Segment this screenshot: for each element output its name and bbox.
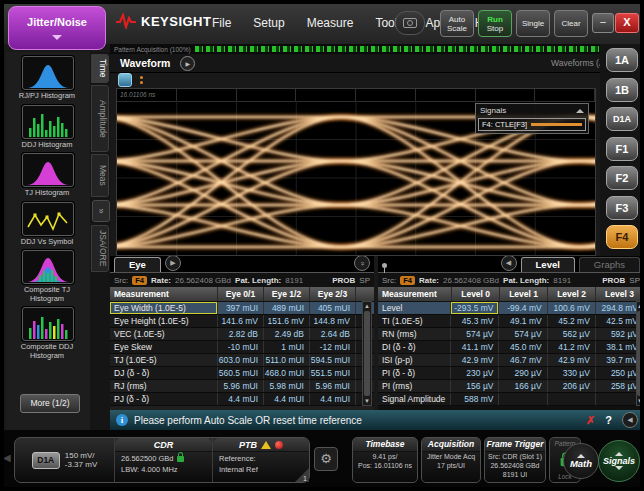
window-frame [0, 487, 644, 491]
measurement-label: RN (rms) [378, 328, 451, 340]
camera-icon [403, 18, 417, 28]
clear-button[interactable]: Clear [554, 10, 588, 37]
measurement-value: 5.96 mUI [218, 380, 264, 392]
tab-level[interactable]: Level [521, 257, 575, 272]
channel-button-f2[interactable]: F2 [606, 166, 638, 190]
table-row[interactable]: Eye Width (1.0E-5)397 mUI489 mUI405 mUI [110, 302, 374, 315]
table-row[interactable]: Level-293.5 mV-99.4 mV100.6 mV294.8 mV [378, 302, 644, 315]
more-button[interactable]: More (1/2) [20, 394, 80, 413]
frame-trigger-panel[interactable]: Frame Trigger Src: CDR (Slot 1) 26.56240… [484, 437, 546, 483]
tab-jsa-ore[interactable]: JSA/ORE [91, 225, 109, 271]
signals-overlay-panel[interactable]: Signals F4: CTLE[F3] [475, 103, 589, 134]
channel-button-f1[interactable]: F1 [606, 137, 638, 161]
scroll-left-icon[interactable]: ◀ [3, 452, 11, 463]
channel-button-1a[interactable]: 1A [606, 48, 638, 72]
frame-trigger-rate: 26.562408 GBd [485, 461, 545, 470]
chevron-down-icon [52, 35, 62, 40]
channel-section[interactable]: D1A 150 mV/ -3.37 mV [15, 438, 115, 482]
previous-message-button[interactable]: ◀ [622, 412, 638, 428]
rjpj-histogram-icon [22, 56, 74, 90]
settings-gear-button[interactable]: ⚙ [314, 447, 338, 471]
math-button[interactable]: Math [563, 443, 599, 479]
tab-time[interactable]: Time [91, 54, 109, 83]
menu-measure[interactable]: Measure [307, 16, 354, 30]
help-button[interactable]: ? [605, 414, 612, 426]
channel-status-panel[interactable]: D1A 150 mV/ -3.37 mV CDR 26.562500 GBd L… [14, 437, 310, 483]
eye-diagram-display[interactable]: 16.01106 ns Signals F4: CTLE[F3] [116, 88, 596, 256]
eye-table-scrollbar[interactable]: ▲▼ [362, 301, 372, 406]
channel-button-1b[interactable]: 1B [606, 78, 638, 102]
sidebar-item-ddj-histogram[interactable]: DDJ Histogram [6, 105, 90, 150]
pin-icon[interactable] [382, 263, 387, 268]
auto-scale-button[interactable]: Auto Scale [440, 10, 474, 37]
status-red-indicator [275, 441, 283, 449]
table-row[interactable]: VEC (1.0E-5)2.82 dB2.49 dB2.64 dB [110, 328, 374, 341]
source-badge[interactable]: F4 [400, 276, 415, 285]
run-stop-button[interactable]: Run Stop [478, 10, 512, 37]
tab-meas[interactable]: Meas [91, 154, 109, 197]
timebase-panel[interactable]: Timebase 9.41 ps/ Pos: 16.01106 ns [352, 437, 418, 483]
table-row[interactable]: PI (δ - δ)230 µV290 µV330 µV250 µV [378, 367, 644, 380]
channel-button-f3[interactable]: F3 [606, 196, 638, 220]
dismiss-message-button[interactable]: ✗ [586, 414, 595, 427]
table-row[interactable]: DI (δ - δ)41.1 mV45.0 mV41.2 mV38.1 mV [378, 341, 644, 354]
table-row[interactable]: Eye Height (1.0E-5)141.6 mV151.6 mV144.8… [110, 315, 374, 328]
screenshot-button[interactable] [395, 11, 425, 35]
jitter-noise-mode-button[interactable]: Jitter/Noise [8, 6, 106, 50]
sidebar-item-rjpj-histogram[interactable]: RJ/PJ Histogram [6, 56, 90, 101]
channel-button-f4[interactable]: F4 [606, 225, 638, 249]
prob-label: PROB [332, 276, 355, 285]
table-row[interactable]: PI (rms)156 µV166 µV206 µV258 µV [378, 380, 644, 393]
source-badge[interactable]: F4 [132, 276, 147, 285]
previous-tab-button[interactable]: ◀ [501, 256, 517, 271]
tab-amplitude[interactable]: Amplitude [91, 85, 109, 153]
pattern-acquisition-label: Pattern Acquisition (100%) [110, 46, 195, 53]
table-row[interactable]: PJ (δ - δ)4.4 mUI4.4 mUI4.4 mUI [110, 393, 374, 406]
handle-dots-icon[interactable] [140, 76, 143, 84]
eye-pane-tabs: Eye ▶ « [110, 256, 374, 273]
tab-graphs[interactable]: Graphs [579, 257, 640, 272]
minimize-button[interactable]: – [592, 13, 614, 33]
table-row[interactable]: Signal Amplitude588 mV [378, 393, 644, 406]
signals-button[interactable]: Signals [598, 440, 640, 482]
channel-chip[interactable]: D1A [32, 452, 60, 469]
time-axis-label: 16.01106 ns [120, 91, 155, 98]
table-row[interactable]: RJ (rms)5.96 mUI5.98 mUI5.96 mUI [110, 380, 374, 393]
info-message: Please perform Auto Scale OR reset time … [134, 415, 362, 426]
play-icon[interactable]: ▶ [180, 56, 195, 71]
tab-eye[interactable]: Eye [114, 257, 161, 272]
sidebar-item-composite-tj-histogram[interactable]: Composite TJ Histogram [6, 250, 90, 303]
table-row[interactable]: Eye Skew-10 mUI1 mUI-12 mUI [110, 341, 374, 354]
play-icon[interactable]: ▶ [165, 256, 181, 271]
level-table-header: Measurement Level 0 Level 1 Level 2 Leve… [378, 287, 644, 302]
close-button[interactable]: X [615, 13, 639, 33]
collapse-sidebar-button[interactable]: « [92, 200, 110, 222]
collapse-panel-icon[interactable] [576, 109, 584, 113]
table-row[interactable]: DJ (δ - δ)560.5 mUI468.0 mUI551.5 mUI [110, 367, 374, 380]
acquisition-panel[interactable]: Acquisition Jitter Mode Acq 17 pts/UI [421, 437, 481, 483]
table-row[interactable]: ISI (p-p)42.9 mV46.7 mV42.9 mV39.7 mV [378, 354, 644, 367]
sidebar-item-tj-histogram[interactable]: TJ Histogram [6, 153, 90, 198]
table-row[interactable]: TJ (1.0E-5)603.0 mUI511.0 mUI594.5 mUI [110, 354, 374, 367]
sidebar-item-ddj-vs-symbol[interactable]: DDJ Vs Symbol [6, 202, 90, 247]
sidebar-item-composite-ddj-histogram[interactable]: Composite DDJ Histogram [6, 307, 90, 360]
measurement-value: 5.96 mUI [310, 380, 356, 392]
table-row[interactable]: RN (rms)574 µV574 µV562 µV592 µV [378, 328, 644, 341]
tab-waveform[interactable]: Waveform [110, 57, 180, 69]
single-label: Single [517, 19, 549, 28]
single-button[interactable]: Single [516, 10, 550, 37]
channel-offset: -3.37 mV [65, 460, 97, 470]
measurement-value [548, 393, 596, 405]
signal-entry-f4[interactable]: F4: CTLE[F3] [478, 118, 586, 131]
menu-file[interactable]: File [212, 16, 231, 30]
measurement-label: Eye Skew [110, 341, 218, 353]
marker-tool-icon[interactable] [118, 73, 132, 87]
table-row[interactable]: TI (1.0E-5)45.3 mV49.1 mV45.2 mV42.5 mV [378, 315, 644, 328]
channel-button-d1a[interactable]: D1A [606, 107, 638, 131]
cdr-title: CDR [154, 440, 174, 450]
signal-color-swatch [531, 123, 582, 126]
menu-setup[interactable]: Setup [253, 16, 284, 30]
cdr-section[interactable]: CDR 26.562500 GBd LBW: 4.000 MHz [115, 438, 213, 482]
measurement-value: -99.4 mV [499, 302, 547, 314]
collapse-pane-button[interactable]: « [354, 256, 370, 271]
